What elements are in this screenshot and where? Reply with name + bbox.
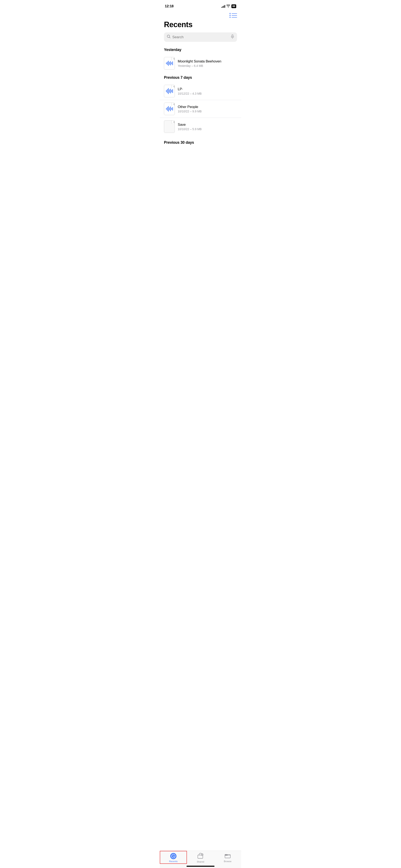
file-info: Moonlight Sonata Beehoven Yesterday – 6.… <box>178 59 237 67</box>
section-header-previous-30: Previous 30 days <box>160 139 241 147</box>
list-item[interactable]: Moonlight Sonata Beehoven Yesterday – 6.… <box>160 55 241 72</box>
search-icon <box>167 35 171 39</box>
audio-waveform-icon <box>165 61 174 66</box>
file-icon <box>164 120 175 133</box>
file-info: Other People 10/10/22 – 9.9 MB <box>178 105 237 113</box>
wifi-icon <box>226 5 230 8</box>
list-view-button[interactable] <box>229 13 237 18</box>
status-time: 12:18 <box>165 4 174 8</box>
status-bar: 12:18 88 <box>160 0 241 11</box>
status-icons: 88 <box>221 4 236 8</box>
section-yesterday: Yesterday <box>160 46 241 72</box>
list-dot <box>229 13 230 14</box>
list-line <box>232 13 237 14</box>
signal-icon <box>221 5 225 8</box>
file-list-yesterday: Moonlight Sonata Beehoven Yesterday – 6.… <box>160 55 241 72</box>
file-name: Other People <box>178 105 237 109</box>
file-name: Moonlight Sonata Beehoven <box>178 59 237 63</box>
mic-icon[interactable] <box>231 34 234 40</box>
svg-rect-1 <box>232 35 233 37</box>
list-item[interactable]: Other People 10/10/22 – 9.9 MB <box>160 100 241 118</box>
file-list-previous-7: LP· 10/12/22 – 4.3 MB <box>160 82 241 135</box>
file-meta: 10/10/22 – 9.9 MB <box>178 110 237 113</box>
list-dot <box>229 17 230 18</box>
battery-icon: 88 <box>232 4 236 8</box>
list-item[interactable]: Save 10/10/22 – 5.9 MB <box>160 118 241 135</box>
file-meta: 10/12/22 – 4.3 MB <box>178 92 237 95</box>
file-meta: Yesterday – 6.4 MB <box>178 64 237 67</box>
section-header-yesterday: Yesterday <box>160 46 241 55</box>
file-icon <box>164 85 175 97</box>
battery-level: 88 <box>233 5 235 8</box>
content-area: Yesterday <box>160 46 241 168</box>
list-item[interactable]: LP· 10/12/22 – 4.3 MB <box>160 82 241 100</box>
section-previous-30: Previous 30 days <box>160 139 241 147</box>
file-icon <box>164 102 175 115</box>
section-previous-7: Previous 7 days <box>160 74 241 135</box>
audio-waveform-icon <box>165 106 174 112</box>
list-line <box>232 15 237 16</box>
audio-waveform-icon <box>165 88 174 94</box>
file-name: Save <box>178 123 237 127</box>
file-meta: 10/10/22 – 5.9 MB <box>178 127 237 131</box>
list-line <box>232 17 237 18</box>
search-input[interactable] <box>172 35 229 39</box>
page-title: Recents <box>160 20 241 32</box>
list-dot <box>229 15 230 16</box>
section-header-previous-7: Previous 7 days <box>160 74 241 82</box>
toolbar <box>160 11 241 20</box>
search-bar[interactable] <box>164 32 237 42</box>
file-icon <box>164 57 175 69</box>
file-info: LP· 10/12/22 – 4.3 MB <box>178 87 237 95</box>
file-info: Save 10/10/22 – 5.9 MB <box>178 123 237 131</box>
file-name: LP· <box>178 87 237 91</box>
